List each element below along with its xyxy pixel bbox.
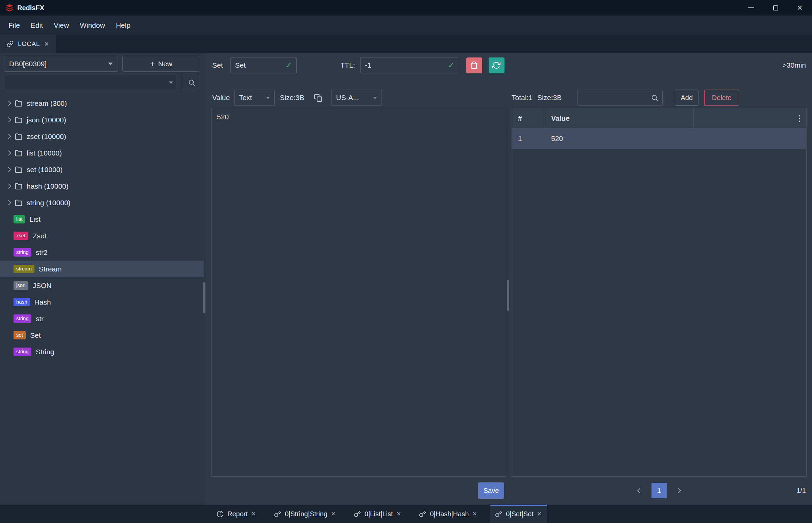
next-page-button[interactable] [672, 484, 685, 497]
chevron-down-icon [108, 62, 113, 65]
tab-label: 0|Hash|Hash [430, 510, 469, 518]
confirm-check-icon[interactable]: ✓ [448, 61, 454, 70]
tree-folder-json[interactable]: json (10000) [0, 112, 204, 128]
panes-splitter-handle[interactable] [507, 280, 509, 311]
kebab-menu-icon[interactable]: ⋮ [795, 113, 804, 123]
key-filter-input[interactable] [8, 79, 169, 87]
column-header-index[interactable]: # [512, 108, 545, 128]
sidebar: DB0[60309] + New [0, 53, 204, 505]
tab-close-icon[interactable]: × [397, 510, 401, 518]
tree-folder-string[interactable]: string (10000) [0, 194, 204, 211]
delete-member-button[interactable]: Delete [704, 90, 739, 106]
tree-folder-hash[interactable]: hash (10000) [0, 178, 204, 194]
title-bar: RedisFX × [0, 0, 812, 16]
menu-file[interactable]: File [3, 16, 25, 35]
tab-report[interactable]: Report × [211, 505, 261, 523]
tab-list-list[interactable]: 0|List|List × [348, 505, 406, 523]
chevron-right-icon[interactable] [6, 200, 12, 205]
value-encoding-select[interactable]: US-A... [332, 90, 382, 106]
key-name-input[interactable] [235, 61, 283, 69]
minimize-button[interactable] [739, 0, 763, 16]
folder-icon [15, 133, 22, 140]
menu-view[interactable]: View [48, 16, 74, 35]
members-search-field[interactable] [577, 90, 663, 106]
key-item-str[interactable]: string str [0, 310, 204, 327]
tree-folder-label: json (10000) [27, 116, 66, 124]
prev-page-button[interactable] [633, 484, 647, 497]
key-item-stream-selected[interactable]: stream Stream [0, 261, 204, 277]
key-search-button[interactable] [183, 75, 200, 90]
connection-tab-bar: LOCAL × [0, 35, 812, 53]
tab-close-icon[interactable]: × [252, 510, 256, 518]
table-row[interactable]: 1 520 [512, 128, 806, 149]
delete-key-button[interactable] [466, 57, 482, 73]
chevron-right-icon[interactable] [6, 184, 12, 189]
db-selector[interactable]: DB0[60309] [4, 56, 118, 72]
page-indicator: 1/1 [796, 487, 806, 494]
value-format-select[interactable]: Text [234, 90, 275, 106]
maximize-button[interactable] [763, 0, 788, 16]
chevron-right-icon[interactable] [6, 117, 12, 123]
tab-string-string[interactable]: 0|String|String × [269, 505, 341, 523]
chevron-right-icon[interactable] [6, 150, 12, 156]
menu-window[interactable]: Window [74, 16, 111, 35]
tab-label: Report [227, 510, 248, 518]
ttl-field[interactable]: ✓ [360, 57, 459, 73]
chevron-down-icon [266, 97, 270, 99]
key-name-field[interactable]: ✓ [230, 57, 297, 73]
save-button[interactable]: Save [478, 483, 504, 499]
value-editor[interactable]: 520 [211, 108, 506, 477]
key-item-zset[interactable]: zset Zset [0, 228, 204, 244]
tab-set-set-active[interactable]: 0|Set|Set × [490, 505, 547, 523]
type-badge-string: string [14, 347, 32, 356]
tab-close-icon[interactable]: × [537, 510, 542, 518]
key-icon [274, 510, 281, 518]
key-item-list[interactable]: list List [0, 211, 204, 228]
column-header-value[interactable]: Value [545, 108, 694, 128]
row-index-cell: 1 [512, 134, 545, 143]
key-item-set[interactable]: set Set [0, 327, 204, 343]
ttl-input[interactable] [365, 61, 445, 69]
key-item-hash[interactable]: hash Hash [0, 294, 204, 310]
chevron-right-icon[interactable] [6, 167, 12, 173]
maximize-icon [773, 5, 778, 11]
key-item-label: Zset [33, 232, 47, 240]
chevron-right-icon[interactable] [6, 134, 12, 139]
tree-folder-stream[interactable]: stream (300) [0, 95, 204, 112]
confirm-check-icon[interactable]: ✓ [285, 61, 292, 70]
tab-hash-hash[interactable]: 0|Hash|Hash × [413, 505, 482, 523]
type-badge-json: json [14, 281, 29, 290]
key-item-string[interactable]: string String [0, 343, 204, 360]
tree-folder-list[interactable]: list (10000) [0, 145, 204, 161]
connection-tab-close-icon[interactable]: × [44, 40, 49, 48]
chevron-right-icon[interactable] [6, 101, 12, 106]
add-member-button[interactable]: Add [675, 90, 699, 106]
key-item-json[interactable]: json JSON [0, 277, 204, 294]
tree-folder-set[interactable]: set (10000) [0, 161, 204, 178]
chevron-down-icon [373, 97, 377, 99]
new-key-button[interactable]: + New [122, 56, 200, 72]
tab-close-icon[interactable]: × [473, 510, 477, 518]
search-icon [651, 94, 658, 102]
value-encoding-value: US-A... [336, 94, 359, 102]
key-item-label: Set [30, 331, 41, 339]
menu-edit[interactable]: Edit [25, 16, 48, 35]
key-item-label: str2 [36, 249, 48, 257]
sidebar-search-row [0, 72, 204, 90]
members-total-label: Total:1 [512, 94, 533, 102]
folder-icon [15, 100, 22, 107]
connection-tab-local[interactable]: LOCAL × [0, 35, 56, 53]
current-page-button[interactable]: 1 [651, 483, 667, 498]
chevron-down-icon[interactable] [169, 82, 173, 84]
tab-close-icon[interactable]: × [331, 510, 335, 518]
close-button[interactable]: × [788, 0, 812, 16]
menu-help[interactable]: Help [111, 16, 136, 35]
tree-folder-zset[interactable]: zset (10000) [0, 128, 204, 145]
sidebar-splitter-handle[interactable] [203, 282, 205, 313]
copy-value-button[interactable] [314, 94, 322, 102]
key-filter-combo[interactable] [4, 75, 178, 90]
key-item-str2[interactable]: string str2 [0, 244, 204, 261]
refresh-key-button[interactable] [488, 57, 504, 73]
type-badge-string: string [14, 248, 32, 257]
members-search-input[interactable] [582, 94, 651, 102]
